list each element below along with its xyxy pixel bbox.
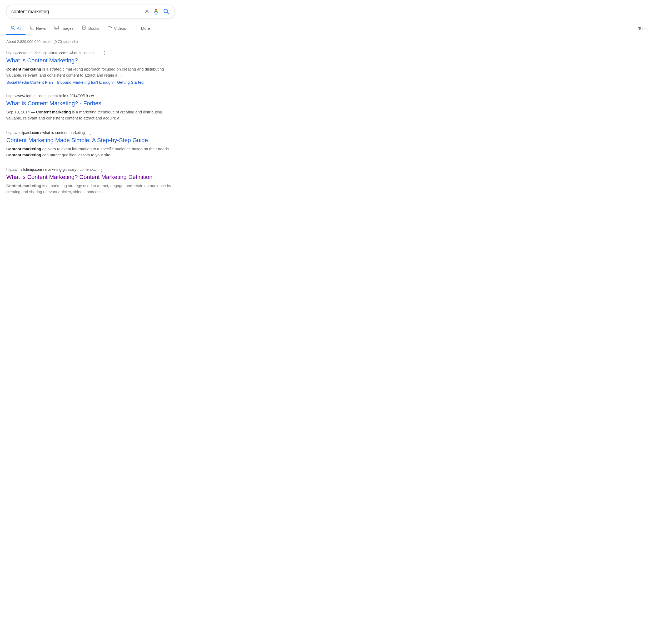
result-url: https://contentmarketinginstitute.com › … [6, 51, 99, 55]
search-button[interactable] [163, 8, 170, 15]
search-input[interactable] [11, 9, 142, 15]
result-url: https://neilpatel.com › what-is-content-… [6, 131, 85, 135]
tab-news-label: News [36, 26, 46, 30]
svg-rect-18 [83, 26, 84, 29]
result-url: https://www.forbes.com › joshsteimle › 2… [6, 94, 97, 98]
tab-all-label: All [17, 26, 21, 30]
search-box: ✕ [6, 5, 175, 18]
result-title[interactable]: What is Content Marketing? Content Marke… [6, 174, 178, 181]
result-title[interactable]: What is Content Marketing? [6, 57, 178, 65]
result-url-row: https://neilpatel.com › what-is-content-… [6, 130, 178, 136]
svg-line-9 [14, 28, 15, 29]
svg-rect-3 [155, 9, 157, 10]
result-title[interactable]: What Is Content Marketing? - Forbes [6, 100, 178, 107]
tab-videos-label: Videos [114, 26, 126, 30]
result-url-row: https://www.forbes.com › joshsteimle › 2… [6, 93, 178, 99]
tab-news[interactable]: News [25, 22, 50, 35]
header: ✕ [0, 0, 658, 35]
search-bar-row: ✕ [6, 5, 652, 18]
tab-all[interactable]: All [6, 22, 25, 35]
all-search-icon [10, 25, 15, 31]
videos-icon [108, 25, 112, 31]
images-icon [54, 25, 59, 31]
result-snippet: Content marketing delivers relevant info… [6, 146, 178, 158]
tab-videos[interactable]: Videos [104, 22, 130, 35]
nav-tabs: All News Images [6, 22, 652, 35]
svg-point-15 [55, 27, 56, 28]
mic-icon [153, 8, 159, 15]
close-icon: ✕ [144, 8, 149, 15]
result-menu-button[interactable]: ⋮ [98, 167, 105, 172]
svg-rect-5 [155, 11, 157, 12]
result-url-row: https://mailchimp.com › marketing-glossa… [6, 167, 178, 172]
tab-images-label: Images [61, 26, 73, 30]
tab-more[interactable]: ⋮ More [130, 22, 154, 35]
three-dots-icon: ⋮ [99, 167, 104, 172]
result-item: https://contentmarketinginstitute.com › … [6, 50, 178, 85]
sitelink-getting-started[interactable]: Getting Started [117, 80, 143, 85]
news-icon [30, 25, 35, 31]
result-title[interactable]: Content Marketing Made Simple: A Step-by… [6, 137, 178, 144]
microphone-button[interactable] [153, 8, 159, 15]
three-dots-icon: ⋮ [102, 50, 107, 56]
result-snippet: Content marketing is a marketing strateg… [6, 183, 178, 195]
tools-tab[interactable]: Tools [634, 23, 652, 34]
svg-rect-19 [108, 26, 111, 29]
sitelink-inbound[interactable]: Inbound Marketing Isn't Enough [57, 80, 113, 85]
sitelink-separator: · [114, 80, 115, 85]
clear-button[interactable]: ✕ [144, 8, 149, 15]
result-item: https://mailchimp.com › marketing-glossa… [6, 167, 178, 195]
sitelink-social-media[interactable]: Social Media Content Plan [6, 80, 53, 85]
result-item: https://www.forbes.com › joshsteimle › 2… [6, 93, 178, 121]
books-icon [82, 25, 87, 31]
result-snippet: Content marketing is a strategic marketi… [6, 66, 178, 78]
result-url: https://mailchimp.com › marketing-glossa… [6, 167, 96, 171]
search-icon [163, 8, 170, 15]
svg-rect-4 [155, 10, 157, 11]
three-dots-icon: ⋮ [88, 130, 93, 136]
search-icons: ✕ [144, 8, 170, 15]
main-content: About 2,820,000,000 results (0.70 second… [0, 35, 184, 208]
result-item: https://neilpatel.com › what-is-content-… [6, 130, 178, 158]
svg-line-7 [167, 13, 169, 14]
results-stats: About 2,820,000,000 results (0.70 second… [6, 40, 178, 44]
result-url-row: https://contentmarketinginstitute.com › … [6, 50, 178, 56]
tab-more-label: More [141, 26, 150, 30]
result-menu-button[interactable]: ⋮ [101, 50, 108, 56]
sitelink-separator: · [54, 80, 55, 85]
result-snippet: Sep 19, 2014 — Content marketing is a ma… [6, 109, 178, 121]
three-dots-icon: ⋮ [100, 93, 105, 99]
more-icon: ⋮ [135, 25, 139, 31]
result-sitelinks: Social Media Content Plan · Inbound Mark… [6, 80, 178, 85]
tab-books-label: Books [88, 26, 99, 30]
result-menu-button[interactable]: ⋮ [87, 130, 94, 136]
result-menu-button[interactable]: ⋮ [99, 93, 106, 99]
tab-books[interactable]: Books [78, 22, 104, 35]
tab-images[interactable]: Images [50, 22, 78, 35]
